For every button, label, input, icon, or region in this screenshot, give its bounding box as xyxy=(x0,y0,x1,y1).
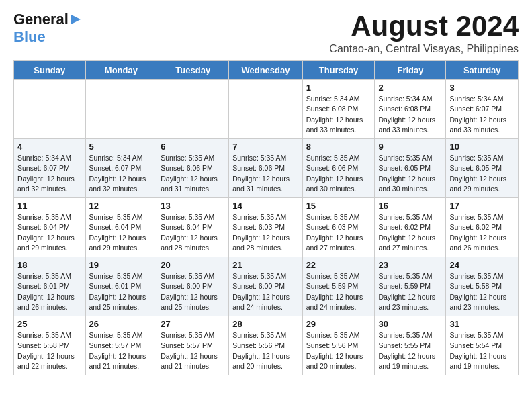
weekday-header-wednesday: Wednesday xyxy=(229,61,302,80)
day-info: Sunrise: 5:35 AM Sunset: 6:01 PM Dayligh… xyxy=(17,271,82,312)
weekday-header-sunday: Sunday xyxy=(14,61,86,80)
calendar-cell xyxy=(85,80,157,139)
day-info: Sunrise: 5:35 AM Sunset: 5:59 PM Dayligh… xyxy=(378,271,442,312)
day-info: Sunrise: 5:35 AM Sunset: 6:05 PM Dayligh… xyxy=(378,153,442,194)
calendar-week-1: 1Sunrise: 5:34 AM Sunset: 6:08 PM Daylig… xyxy=(14,80,519,139)
calendar-week-5: 25Sunrise: 5:35 AM Sunset: 5:58 PM Dayli… xyxy=(14,316,519,375)
logo-arrow-icon xyxy=(70,13,82,26)
day-number: 1 xyxy=(306,83,371,93)
day-number: 19 xyxy=(89,260,154,270)
calendar-cell: 3Sunrise: 5:34 AM Sunset: 6:07 PM Daylig… xyxy=(446,80,519,139)
day-number: 12 xyxy=(89,201,154,211)
day-info: Sunrise: 5:35 AM Sunset: 6:00 PM Dayligh… xyxy=(232,271,298,312)
weekday-header-thursday: Thursday xyxy=(302,61,375,80)
day-info: Sunrise: 5:34 AM Sunset: 6:07 PM Dayligh… xyxy=(17,153,82,194)
day-info: Sunrise: 5:35 AM Sunset: 6:04 PM Dayligh… xyxy=(161,212,225,253)
day-info: Sunrise: 5:34 AM Sunset: 6:07 PM Dayligh… xyxy=(89,153,154,194)
day-info: Sunrise: 5:35 AM Sunset: 5:57 PM Dayligh… xyxy=(89,330,154,371)
calendar-cell: 2Sunrise: 5:34 AM Sunset: 6:08 PM Daylig… xyxy=(375,80,446,139)
calendar-cell: 10Sunrise: 5:35 AM Sunset: 6:05 PM Dayli… xyxy=(446,139,519,198)
calendar-cell: 1Sunrise: 5:34 AM Sunset: 6:08 PM Daylig… xyxy=(302,80,375,139)
day-number: 18 xyxy=(17,260,82,270)
logo-blue: Blue xyxy=(13,28,46,46)
calendar-cell xyxy=(157,80,229,139)
weekday-header-friday: Friday xyxy=(375,61,446,80)
day-number: 29 xyxy=(306,319,371,329)
day-number: 8 xyxy=(306,142,371,152)
day-info: Sunrise: 5:35 AM Sunset: 5:56 PM Dayligh… xyxy=(232,330,298,371)
day-info: Sunrise: 5:35 AM Sunset: 6:03 PM Dayligh… xyxy=(306,212,371,253)
title-area: August 2024 Cantao-an, Central Visayas, … xyxy=(329,11,519,55)
day-info: Sunrise: 5:35 AM Sunset: 5:58 PM Dayligh… xyxy=(17,330,82,371)
day-number: 11 xyxy=(17,201,82,211)
month-title: August 2024 xyxy=(329,11,519,42)
day-info: Sunrise: 5:35 AM Sunset: 5:55 PM Dayligh… xyxy=(378,330,442,371)
weekday-header-monday: Monday xyxy=(85,61,157,80)
day-number: 27 xyxy=(161,319,225,329)
calendar-cell: 9Sunrise: 5:35 AM Sunset: 6:05 PM Daylig… xyxy=(375,139,446,198)
day-number: 14 xyxy=(232,201,298,211)
calendar-cell: 8Sunrise: 5:35 AM Sunset: 6:06 PM Daylig… xyxy=(302,139,375,198)
day-info: Sunrise: 5:35 AM Sunset: 6:02 PM Dayligh… xyxy=(449,212,515,253)
day-number: 30 xyxy=(378,319,442,329)
calendar-cell: 25Sunrise: 5:35 AM Sunset: 5:58 PM Dayli… xyxy=(14,316,86,375)
day-info: Sunrise: 5:34 AM Sunset: 6:07 PM Dayligh… xyxy=(449,94,515,135)
day-info: Sunrise: 5:35 AM Sunset: 6:02 PM Dayligh… xyxy=(378,212,442,253)
calendar-cell: 22Sunrise: 5:35 AM Sunset: 5:59 PM Dayli… xyxy=(302,257,375,316)
calendar-cell: 18Sunrise: 5:35 AM Sunset: 6:01 PM Dayli… xyxy=(14,257,86,316)
day-info: Sunrise: 5:35 AM Sunset: 6:06 PM Dayligh… xyxy=(306,153,371,194)
calendar-cell: 4Sunrise: 5:34 AM Sunset: 6:07 PM Daylig… xyxy=(14,139,86,198)
day-number: 13 xyxy=(161,201,225,211)
day-number: 10 xyxy=(449,142,515,152)
day-number: 15 xyxy=(306,201,371,211)
calendar-week-4: 18Sunrise: 5:35 AM Sunset: 6:01 PM Dayli… xyxy=(14,257,519,316)
calendar-cell: 11Sunrise: 5:35 AM Sunset: 6:04 PM Dayli… xyxy=(14,198,86,257)
calendar-cell: 27Sunrise: 5:35 AM Sunset: 5:57 PM Dayli… xyxy=(157,316,229,375)
calendar-cell: 23Sunrise: 5:35 AM Sunset: 5:59 PM Dayli… xyxy=(375,257,446,316)
calendar-cell: 24Sunrise: 5:35 AM Sunset: 5:58 PM Dayli… xyxy=(446,257,519,316)
day-info: Sunrise: 5:35 AM Sunset: 6:06 PM Dayligh… xyxy=(232,153,298,194)
day-info: Sunrise: 5:35 AM Sunset: 6:04 PM Dayligh… xyxy=(89,212,154,253)
day-info: Sunrise: 5:35 AM Sunset: 6:06 PM Dayligh… xyxy=(161,153,225,194)
calendar-cell: 21Sunrise: 5:35 AM Sunset: 6:00 PM Dayli… xyxy=(229,257,302,316)
calendar-week-3: 11Sunrise: 5:35 AM Sunset: 6:04 PM Dayli… xyxy=(14,198,519,257)
location-subtitle: Cantao-an, Central Visayas, Philippines xyxy=(329,43,519,55)
day-number: 7 xyxy=(232,142,298,152)
day-info: Sunrise: 5:35 AM Sunset: 5:58 PM Dayligh… xyxy=(449,271,515,312)
calendar-table: SundayMondayTuesdayWednesdayThursdayFrid… xyxy=(13,60,519,375)
day-number: 17 xyxy=(449,201,515,211)
day-info: Sunrise: 5:35 AM Sunset: 6:01 PM Dayligh… xyxy=(89,271,154,312)
day-number: 31 xyxy=(449,319,515,329)
calendar-cell: 13Sunrise: 5:35 AM Sunset: 6:04 PM Dayli… xyxy=(157,198,229,257)
day-info: Sunrise: 5:35 AM Sunset: 6:03 PM Dayligh… xyxy=(232,212,298,253)
day-number: 2 xyxy=(378,83,442,93)
calendar-cell xyxy=(14,80,86,139)
calendar-cell: 14Sunrise: 5:35 AM Sunset: 6:03 PM Dayli… xyxy=(229,198,302,257)
day-number: 16 xyxy=(378,201,442,211)
calendar-cell: 19Sunrise: 5:35 AM Sunset: 6:01 PM Dayli… xyxy=(85,257,157,316)
weekday-header-tuesday: Tuesday xyxy=(157,61,229,80)
day-number: 26 xyxy=(89,319,154,329)
logo-general: General xyxy=(13,11,69,28)
calendar-cell: 31Sunrise: 5:35 AM Sunset: 5:54 PM Dayli… xyxy=(446,316,519,375)
calendar-cell: 28Sunrise: 5:35 AM Sunset: 5:56 PM Dayli… xyxy=(229,316,302,375)
day-number: 24 xyxy=(449,260,515,270)
day-info: Sunrise: 5:34 AM Sunset: 6:08 PM Dayligh… xyxy=(378,94,442,135)
day-info: Sunrise: 5:35 AM Sunset: 5:59 PM Dayligh… xyxy=(306,271,371,312)
day-info: Sunrise: 5:35 AM Sunset: 5:54 PM Dayligh… xyxy=(449,330,515,371)
calendar-cell: 12Sunrise: 5:35 AM Sunset: 6:04 PM Dayli… xyxy=(85,198,157,257)
calendar-week-2: 4Sunrise: 5:34 AM Sunset: 6:07 PM Daylig… xyxy=(14,139,519,198)
calendar-cell xyxy=(229,80,302,139)
day-number: 6 xyxy=(161,142,225,152)
svg-marker-0 xyxy=(71,15,81,24)
calendar-header-row: SundayMondayTuesdayWednesdayThursdayFrid… xyxy=(14,61,519,80)
logo: General Blue xyxy=(13,11,82,46)
page-header: General Blue August 2024 Cantao-an, Cent… xyxy=(13,11,519,55)
day-info: Sunrise: 5:35 AM Sunset: 5:56 PM Dayligh… xyxy=(306,330,371,371)
day-number: 3 xyxy=(449,83,515,93)
day-info: Sunrise: 5:35 AM Sunset: 5:57 PM Dayligh… xyxy=(161,330,225,371)
calendar-cell: 30Sunrise: 5:35 AM Sunset: 5:55 PM Dayli… xyxy=(375,316,446,375)
day-number: 22 xyxy=(306,260,371,270)
calendar-cell: 5Sunrise: 5:34 AM Sunset: 6:07 PM Daylig… xyxy=(85,139,157,198)
calendar-cell: 16Sunrise: 5:35 AM Sunset: 6:02 PM Dayli… xyxy=(375,198,446,257)
